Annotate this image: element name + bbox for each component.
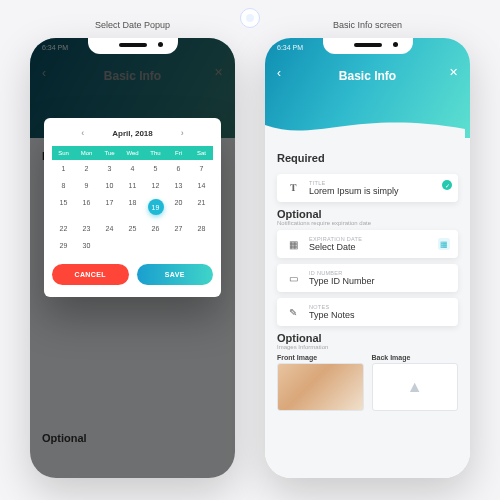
section-optional: Optional [277,208,458,220]
next-month-icon[interactable]: › [181,128,184,138]
calendar-day[interactable]: 13 [167,177,190,194]
calendar-day[interactable]: 9 [75,177,98,194]
calendar-day[interactable]: 27 [167,220,190,237]
annotation-right: Basic Info screen [265,20,470,30]
close-icon[interactable]: ✕ [449,66,458,79]
calendar-day[interactable]: 8 [52,177,75,194]
calendar-day[interactable]: 4 [121,160,144,177]
id-icon: ▭ [285,270,301,286]
calendar-day[interactable]: 25 [121,220,144,237]
calendar-day[interactable]: 18 [121,194,144,220]
mockup-right: Basic Info screen 6:34 PM ‹ Basic Info ✕… [265,20,470,478]
calendar-day[interactable]: 12 [144,177,167,194]
calendar-icon: ▦ [285,236,301,252]
calendar-day[interactable]: 19 [144,194,167,220]
notch [323,38,413,54]
calendar-day[interactable]: 7 [190,160,213,177]
calendar-day[interactable]: 17 [98,194,121,220]
field-notes[interactable]: ✎ NOTESType Notes [277,298,458,326]
phone-frame-left: 6:34 PM ‹ Basic Info ✕ Required Optional… [30,38,235,478]
phone-frame-right: 6:34 PM ‹ Basic Info ✕ Required 𝐓 TITLEL… [265,38,470,478]
section-images: Optional [277,332,458,344]
calendar-day[interactable]: 5 [144,160,167,177]
calendar-day[interactable]: 2 [75,160,98,177]
back-image-upload[interactable]: ▲ [372,363,459,411]
section-images-sub: Images Information [277,344,458,350]
section-required: Required [277,152,458,164]
field-expiration-date[interactable]: ▦ EXPIRATION DATESelect Date ▦ [277,230,458,258]
date-picker-popup: ‹ April, 2018 › SunMonTueWedThuFriSat 12… [44,118,221,297]
calendar-day[interactable]: 11 [121,177,144,194]
header-wave [265,115,465,139]
check-icon: ✓ [442,180,452,190]
calendar-day[interactable]: 21 [190,194,213,220]
back-image-label: Back Image [372,354,459,361]
field-title[interactable]: 𝐓 TITLELorem Ipsum is simply ✓ [277,174,458,202]
calendar-day[interactable]: 3 [98,160,121,177]
current-month: April, 2018 [112,129,152,138]
mockup-left: Select Date Popup 6:34 PM ‹ Basic Info ✕… [30,20,235,478]
annotation-left: Select Date Popup [30,20,235,30]
front-image-upload[interactable] [277,363,364,411]
calendar-day[interactable]: 28 [190,220,213,237]
calendar-action-icon[interactable]: ▦ [438,238,450,250]
calendar-day[interactable]: 24 [98,220,121,237]
save-button[interactable]: SAVE [137,264,214,285]
calendar-day[interactable]: 1 [52,160,75,177]
calendar-day[interactable]: 30 [75,237,98,254]
page-title: Basic Info [339,69,396,83]
field-id-number[interactable]: ▭ ID NUMBERType ID Number [277,264,458,292]
text-icon: 𝐓 [285,180,301,196]
front-image-label: Front Image [277,354,364,361]
calendar-day[interactable]: 6 [167,160,190,177]
calendar-day[interactable]: 16 [75,194,98,220]
calendar-day[interactable]: 23 [75,220,98,237]
calendar-day[interactable]: 15 [52,194,75,220]
weekday-header: SunMonTueWedThuFriSat [52,146,213,160]
section-optional-sub: Notifications require expiration date [277,220,458,226]
calendar-day[interactable]: 14 [190,177,213,194]
prev-month-icon[interactable]: ‹ [81,128,84,138]
notch [88,38,178,54]
status-time: 6:34 PM [277,44,303,51]
cancel-button[interactable]: CANCEL [52,264,129,285]
notes-icon: ✎ [285,304,301,320]
calendar-day[interactable]: 10 [98,177,121,194]
calendar-grid[interactable]: 1234567891011121314151617181920212223242… [52,160,213,254]
calendar-day[interactable]: 22 [52,220,75,237]
calendar-day[interactable]: 20 [167,194,190,220]
back-icon[interactable]: ‹ [277,66,281,80]
calendar-day[interactable]: 29 [52,237,75,254]
calendar-day[interactable]: 26 [144,220,167,237]
